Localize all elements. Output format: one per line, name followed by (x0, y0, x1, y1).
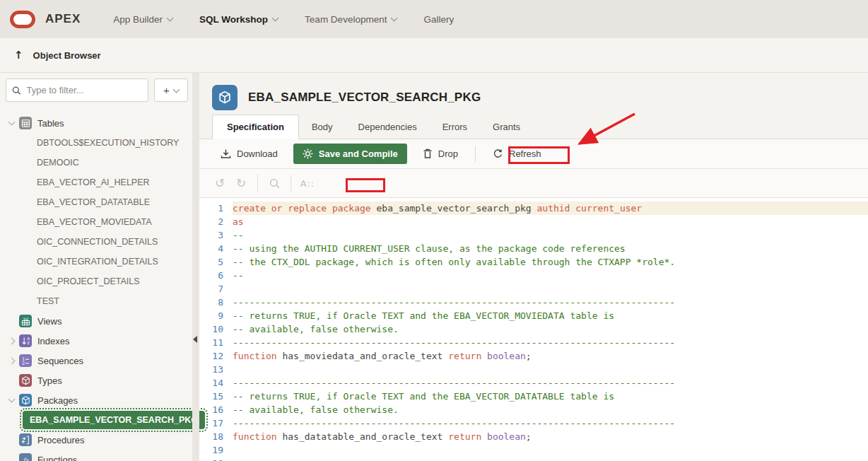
code-text: function has_datatable_and_oracle_text r… (233, 430, 868, 443)
breadcrumb-bar: ↑ Object Browser (0, 38, 868, 73)
create-object-button[interactable]: + (154, 78, 188, 102)
line-number: 4 (199, 242, 223, 255)
line-number: 2 (199, 215, 223, 228)
tree-item-eba_vector_datatable[interactable]: EBA_VECTOR_DATATABLE (0, 192, 192, 212)
line-number: 15 (199, 390, 223, 403)
chevron-down-icon[interactable] (5, 399, 18, 402)
chevron-right-icon[interactable] (5, 339, 18, 344)
line-number: 13 (199, 363, 223, 376)
undo-icon[interactable]: ↺ (209, 176, 230, 190)
code-text: as (233, 215, 868, 228)
nav-item-team-development[interactable]: Team Development (305, 14, 397, 25)
tree-item-test[interactable]: TEST (0, 291, 192, 311)
code-line: 11--------------------------------------… (199, 336, 868, 349)
code-text: -- using the AUTHID CURRENT_USER clause,… (233, 242, 868, 255)
nav-item-app-builder[interactable]: App Builder (113, 14, 172, 25)
tree-item-oic_project_details[interactable]: OIC_PROJECT_DETAILS (0, 272, 192, 291)
procedures-icon (19, 433, 32, 446)
tree-item-tables[interactable]: Tables (0, 113, 192, 133)
save-and-compile-button[interactable]: Save and Compile (293, 144, 407, 164)
chevron-down-icon (391, 14, 398, 21)
nav-item-label: Gallery (423, 14, 454, 25)
tree-item-oic_connection_details[interactable]: OIC_CONNECTION_DETAILS (0, 232, 192, 252)
selected-tree-item[interactable]: EBA_SAMPLE_VECTOR_SEARCH_PKG (23, 411, 205, 429)
tree-item-label: Tables (37, 118, 64, 129)
tree-item-eba_vector_ai_helper[interactable]: EBA_VECTOR_AI_HELPER (0, 173, 192, 192)
tree-item-views[interactable]: bdViews (0, 311, 192, 331)
code-text (233, 363, 868, 376)
tree-item-label: Procedures (37, 435, 84, 445)
find-icon[interactable] (264, 178, 285, 189)
code-line: 12function has_moviedata_and_oracle_text… (199, 349, 868, 363)
editor-toolbar: ↺ ↻ A:: (199, 169, 868, 198)
tab-grants[interactable]: Grants (480, 115, 533, 139)
chevron-down-icon (172, 86, 180, 93)
autocomplete-icon[interactable]: A:: (297, 178, 318, 189)
code-text: create or replace package eba_sample_vec… (233, 202, 868, 215)
tree-item-label: DBTOOLS$EXECUTION_HISTORY (37, 138, 179, 148)
tab-body[interactable]: Body (299, 115, 346, 139)
tree-item-label: EBA_VECTOR_DATATABLE (37, 197, 150, 207)
toolbar-separator (475, 146, 476, 162)
chevron-right-icon[interactable] (5, 358, 18, 363)
collapse-handle-icon[interactable] (193, 336, 197, 343)
code-line: 13 (199, 363, 868, 376)
tree-item-demooic[interactable]: DEMOOIC (0, 153, 192, 173)
tree-item-functions[interactable]: fxFunctions (0, 450, 192, 461)
toolbar-separator (257, 175, 258, 192)
filter-searchbox (6, 78, 148, 102)
redo-icon[interactable]: ↻ (230, 176, 252, 190)
code-line: 16-- available, false otherwise. (199, 403, 868, 416)
chevron-down-icon[interactable] (5, 122, 18, 124)
code-text: function has_moviedata_and_oracle_text r… (233, 349, 868, 363)
annotation-rectangle-editor (346, 178, 385, 192)
object-tree: TablesDBTOOLS$EXECUTION_HISTORYDEMOOICEB… (0, 113, 192, 461)
filter-input[interactable] (26, 85, 142, 95)
download-button[interactable]: Download (213, 144, 285, 163)
tree-item-oic_integration_details[interactable]: OIC_INTEGRATION_DETAILS (0, 252, 192, 272)
sidebar-splitter[interactable] (192, 73, 199, 461)
gear-icon (303, 148, 313, 159)
drop-button[interactable]: Drop (416, 144, 465, 163)
tree-item-label: OIC_CONNECTION_DETAILS (37, 237, 158, 247)
tree-item-eba_vector_moviedata[interactable]: EBA_VECTOR_MOVIEDATA (0, 212, 192, 232)
svg-text:A: A (27, 336, 30, 340)
tree-item-indexes[interactable]: AZIndexes (0, 331, 192, 351)
code-line: 17--------------------------------------… (199, 416, 868, 430)
code-text: -- available, false otherwise. (233, 403, 868, 416)
main-menu: App Builder SQL Workshop Team Developmen… (113, 14, 454, 25)
line-number: 12 (199, 349, 223, 363)
line-number: 5 (199, 255, 223, 269)
tree-item-packages[interactable]: Packages (0, 390, 192, 410)
breadcrumb[interactable]: Object Browser (33, 50, 101, 61)
code-line: 5-- the CTX_DDL package, which is often … (199, 255, 868, 269)
line-number: 1 (199, 202, 223, 215)
nav-item-label: App Builder (113, 14, 163, 25)
functions-icon: fx (19, 453, 32, 461)
up-arrow-icon[interactable]: ↑ (14, 49, 23, 62)
nav-item-sql-workshop[interactable]: SQL Workshop (199, 14, 278, 25)
tab-dependencies[interactable]: Dependencies (346, 115, 430, 139)
tree-item-types[interactable]: Types (0, 370, 192, 390)
tree-item-dbtools$execution_history[interactable]: DBTOOLS$EXECUTION_HISTORY (0, 133, 192, 153)
tree-item-label: Sequences (37, 356, 83, 366)
code-line: 18function has_datatable_and_oracle_text… (199, 430, 868, 443)
code-editor[interactable]: 1create or replace package eba_sample_ve… (199, 198, 868, 461)
tree-item-procedures[interactable]: Procedures (0, 430, 192, 450)
nav-item-gallery[interactable]: Gallery (423, 14, 454, 25)
plus-icon: + (163, 85, 170, 95)
tree-item-label: Types (37, 375, 62, 386)
types-icon (19, 374, 32, 387)
trash-icon (423, 148, 433, 159)
drop-label: Drop (438, 148, 458, 159)
tab-specification[interactable]: Specification (212, 115, 299, 139)
indexes-icon: AZ (19, 334, 32, 347)
tab-errors[interactable]: Errors (430, 115, 480, 139)
tables-icon (19, 117, 32, 129)
packages-icon (19, 394, 32, 407)
tree-item-sequences[interactable]: 12Sequences (0, 351, 192, 370)
tree-item-eba_sample_vector_search_pkg[interactable]: EBA_SAMPLE_VECTOR_SEARCH_PKG (0, 410, 192, 430)
code-text: ----------------------------------------… (233, 296, 868, 309)
oracle-logo-icon (10, 11, 35, 28)
line-number: 14 (199, 376, 223, 390)
